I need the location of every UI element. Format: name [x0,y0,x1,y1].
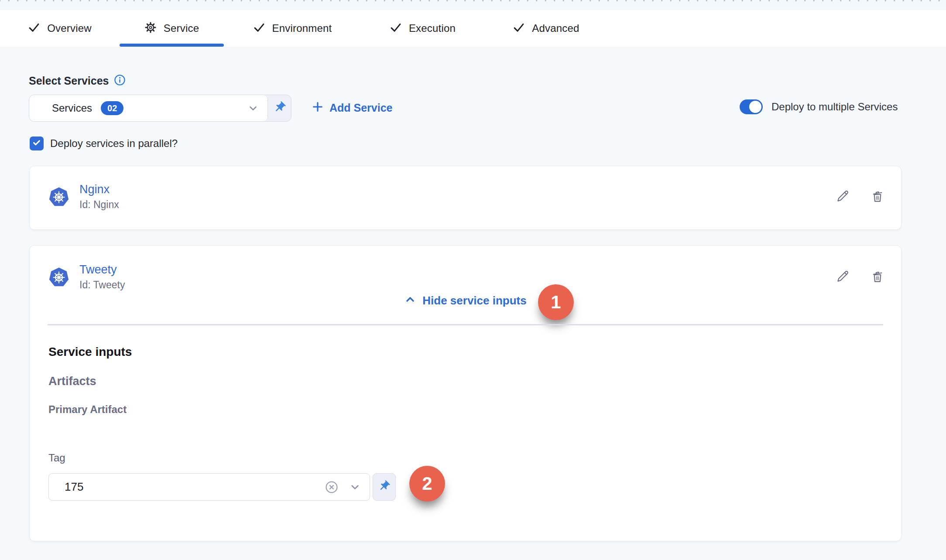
tab-advanced[interactable]: Advanced [484,10,608,47]
tab-service[interactable]: Service [120,10,224,47]
deploy-multiple-toggle[interactable] [740,99,763,114]
kubernetes-icon [48,266,70,289]
add-service-label: Add Service [329,102,393,114]
service-name-link[interactable]: Tweety [79,263,125,277]
tag-field-label: Tag [48,452,65,464]
info-icon[interactable] [114,74,126,88]
select-services-label: Select Services [29,75,109,87]
annotation-step-2-badge: 2 [409,466,445,502]
tab-environment-label: Environment [272,22,332,34]
services-multiselect: Services 02 [29,95,291,122]
parallel-checkbox-row: Deploy services in parallel? [30,137,178,150]
tag-input-wrap [48,473,370,501]
edit-pencil-icon[interactable] [835,269,850,284]
service-name-block: Tweety Id: Tweety [79,263,125,291]
services-dropdown-value: Services [52,102,92,114]
card-divider [48,324,883,325]
service-id-text: Id: Nginx [79,199,119,211]
tag-pin-button[interactable] [373,473,396,501]
annotation-step-1-badge: 1 [538,284,574,320]
pin-icon [273,101,286,116]
stage-tabbar: Overview Service [0,10,946,47]
services-dropdown[interactable]: Services 02 [29,95,268,121]
add-service-button[interactable]: Add Service [312,99,393,117]
gear-icon [144,21,157,35]
tab-advanced-label: Advanced [532,22,579,34]
pipeline-canvas-dotted-strip [0,0,946,10]
plus-icon [312,101,324,115]
check-icon [513,21,525,35]
primary-artifact-heading: Primary Artifact [48,403,127,416]
pin-icon [378,480,391,494]
tab-execution-label: Execution [409,22,456,34]
services-pin-button[interactable] [268,95,291,121]
tag-input-icons [324,479,361,495]
service-name-link[interactable]: Nginx [79,183,119,196]
service-name-block: Nginx Id: Nginx [79,183,119,211]
service-card-actions [835,269,885,284]
tab-overview[interactable]: Overview [0,10,120,47]
service-card-nginx: Nginx Id: Nginx [29,166,901,230]
chevron-down-icon[interactable] [349,481,361,493]
delete-trash-icon[interactable] [870,269,885,284]
tab-execution[interactable]: Execution [361,10,484,47]
clear-circle-icon[interactable] [324,479,339,495]
service-id-text: Id: Tweety [79,279,125,291]
tag-input[interactable] [53,480,324,494]
select-services-label-row: Select Services [29,74,126,88]
service-card-actions [835,189,885,204]
edit-pencil-icon[interactable] [835,189,850,204]
check-icon [28,21,40,35]
deploy-multiple-toggle-label: Deploy to multiple Services [771,101,898,113]
tab-environment[interactable]: Environment [224,10,361,47]
tab-service-label: Service [164,22,199,34]
artifacts-heading: Artifacts [48,375,96,388]
service-inputs-heading: Service inputs [48,345,132,359]
services-count-badge: 02 [101,101,123,115]
check-icon [253,21,265,35]
deploy-multiple-toggle-row: Deploy to multiple Services [740,99,898,114]
chevron-up-icon [404,294,416,307]
active-tab-underline [120,44,224,47]
service-card-tweety: Tweety Id: Tweety Hide service inputs 1 [29,245,901,541]
pipeline-stage-config-page: Overview Service [0,0,946,560]
deploy-parallel-label: Deploy services in parallel? [50,137,178,150]
chevron-down-icon [247,102,259,114]
tab-overview-label: Overview [47,22,92,34]
tag-field-row [48,473,396,501]
checkmark-icon [32,138,41,149]
toggle-knob [749,101,761,113]
check-icon [390,21,402,35]
hide-service-inputs-label: Hide service inputs [422,294,526,307]
delete-trash-icon[interactable] [870,189,885,204]
hide-service-inputs-link[interactable]: Hide service inputs [30,294,901,307]
kubernetes-icon [48,186,70,209]
deploy-parallel-checkbox[interactable] [30,137,44,150]
